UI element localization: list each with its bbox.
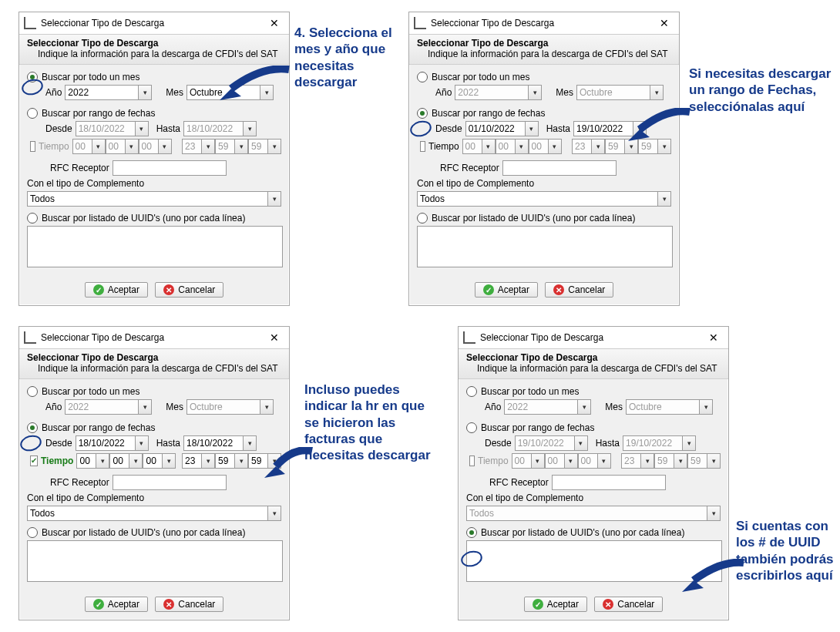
rfc-input[interactable] [502,160,617,176]
desde-dropdown[interactable] [526,121,539,136]
hasta-dropdown [683,435,696,451]
section-title: Seleccionar Tipo de Descarga [27,38,281,49]
t-m2-dd[interactable] [235,453,248,469]
aceptar-button[interactable]: ✓Aceptar [475,282,538,298]
close-icon[interactable]: ✕ [264,331,284,344]
hasta-input[interactable] [183,435,244,451]
radio-buscar-rango[interactable] [466,422,477,433]
t-h2[interactable] [182,453,202,469]
radio-uuid-row[interactable]: Buscar por listado de UUID's (uno por ca… [27,213,281,224]
t-s2[interactable] [248,453,268,469]
radio-buscar-rango-row[interactable]: Buscar por rango de fechas [417,108,671,119]
cancelar-button[interactable]: ✕Cancelar [155,597,223,612]
uuid-textarea[interactable] [417,226,673,267]
t-s1-dd[interactable] [163,453,176,469]
radio-uuid[interactable] [417,213,428,224]
close-icon[interactable]: ✕ [654,17,674,29]
anio-dropdown[interactable] [139,85,152,100]
desde-dropdown[interactable] [136,435,149,451]
cancelar-button[interactable]: ✕Cancelar [155,282,223,298]
aceptar-label: Aceptar [547,599,579,610]
radio-buscar-mes[interactable] [27,72,38,82]
radio-uuid-label: Buscar por listado de UUID's (uno por ca… [432,213,635,224]
t-m1-dd[interactable] [129,453,143,469]
complemento-dropdown[interactable] [658,191,671,207]
mes-input[interactable] [186,85,260,100]
aceptar-button[interactable]: ✓Aceptar [85,282,148,298]
radio-buscar-mes-row[interactable]: Buscar por todo un mes [466,386,721,397]
mes-dropdown[interactable] [260,85,274,100]
radio-buscar-rango[interactable] [27,422,38,433]
radio-uuid-row[interactable]: Buscar por listado de UUID's (uno por ca… [466,527,721,538]
desde-input[interactable] [76,435,136,451]
uuid-textarea[interactable] [466,540,722,582]
desde-label: Desde [45,123,72,134]
check-icon: ✓ [93,599,104,610]
complemento-select[interactable] [417,191,658,207]
tiempo-label: Tiempo [41,456,73,466]
hasta-input[interactable] [573,121,633,136]
section-header: Seleccionar Tipo de Descarga Indique la … [19,349,289,379]
radio-uuid[interactable] [466,527,477,538]
radio-buscar-mes-row[interactable]: Buscar por todo un mes [417,72,671,82]
rfc-input[interactable] [113,160,227,176]
t-h2-dd [202,139,215,154]
anio-dropdown [529,85,542,100]
complemento-select[interactable] [27,191,268,207]
uuid-textarea[interactable] [27,540,283,582]
complemento-select[interactable] [27,506,268,521]
tiempo-checkbox[interactable] [420,141,425,152]
app-icon [463,331,475,344]
radio-buscar-mes-row[interactable]: Buscar por todo un mes [27,386,281,397]
cancelar-label: Cancelar [178,599,215,610]
t-h1[interactable] [76,453,96,469]
complemento-label: Con el tipo de Complemento [466,492,583,503]
desde-label: Desde [45,438,72,449]
mes-input [576,85,650,100]
radio-uuid[interactable] [27,213,38,224]
radio-buscar-mes[interactable] [27,386,38,397]
complemento-dropdown[interactable] [268,191,281,207]
desde-input [76,121,136,136]
t-m1[interactable] [109,453,129,469]
aceptar-button[interactable]: ✓Aceptar [85,597,148,612]
radio-buscar-mes-label: Buscar por todo un mes [42,386,139,397]
rfc-input[interactable] [552,475,666,490]
uuid-textarea[interactable] [27,226,283,267]
radio-buscar-mes-row[interactable]: Buscar por todo un mes [27,72,281,82]
radio-uuid-row[interactable]: Buscar por listado de UUID's (uno por ca… [417,213,671,224]
rfc-input[interactable] [113,475,227,490]
aceptar-button[interactable]: ✓Aceptar [524,597,587,612]
t-s1[interactable] [143,453,163,469]
radio-uuid-row[interactable]: Buscar por listado de UUID's (uno por ca… [27,527,281,538]
anio-input[interactable] [65,85,139,100]
tiempo-label: Tiempo [39,141,69,152]
t-h1-dd[interactable] [96,453,109,469]
radio-buscar-rango-row[interactable]: Buscar por rango de fechas [27,422,281,433]
cancel-icon: ✕ [163,599,174,610]
cancelar-button[interactable]: ✕Cancelar [594,597,663,612]
t-m2[interactable] [215,453,235,469]
desde-input[interactable] [465,121,526,136]
titlebar: Seleccionar Tipo de Descarga ✕ [19,327,289,349]
complemento-dropdown[interactable] [268,506,281,521]
cancelar-label: Cancelar [568,284,605,295]
t-h2-dd[interactable] [202,453,215,469]
hasta-dropdown[interactable] [633,121,647,136]
radio-buscar-rango[interactable] [417,108,428,119]
radio-buscar-mes[interactable] [417,72,428,82]
radio-buscar-rango-row[interactable]: Buscar por rango de fechas [27,108,281,119]
close-icon[interactable]: ✕ [264,17,284,29]
t-s2-dd[interactable] [268,453,281,469]
hasta-input [183,121,244,136]
hasta-dropdown[interactable] [244,435,257,451]
tiempo-checkbox[interactable] [30,456,38,466]
section-title: Seleccionar Tipo de Descarga [27,352,281,363]
radio-buscar-mes[interactable] [466,386,477,397]
t-h1-dd [92,139,106,154]
cancelar-button[interactable]: ✕Cancelar [545,282,613,298]
close-icon[interactable]: ✕ [704,331,724,344]
radio-buscar-rango[interactable] [27,108,38,119]
radio-uuid[interactable] [27,527,38,538]
radio-buscar-rango-row[interactable]: Buscar por rango de fechas [466,422,721,433]
